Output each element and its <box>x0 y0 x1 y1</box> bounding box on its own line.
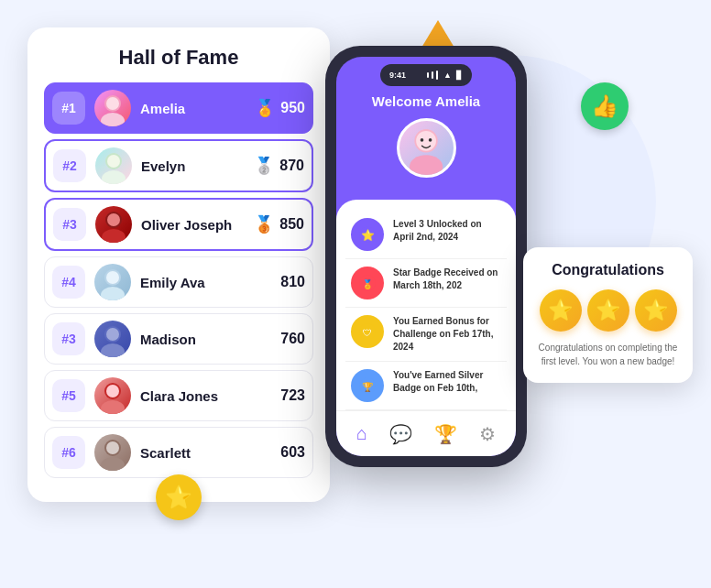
svg-point-20 <box>106 441 119 454</box>
congrats-card: Congratulations ⭐ ⭐ ⭐ Congratulations on… <box>523 247 693 383</box>
activity-text-3: You Earned Bonus for Challenge on Feb 17… <box>393 315 501 354</box>
welcome-text: Welcome Amelia <box>372 93 480 109</box>
hof-row-4[interactable]: #4 Emily Ava 810 <box>44 256 313 308</box>
avatar-4 <box>94 264 131 300</box>
svg-text:🏆: 🏆 <box>362 381 374 393</box>
user-avatar-large <box>397 118 456 178</box>
svg-point-11 <box>106 271 119 284</box>
hof-row-7[interactable]: #6 Scarlett 603 <box>44 427 313 478</box>
hof-row-6[interactable]: #5 Clara Jones 723 <box>44 370 313 421</box>
wifi-icon: ▲ <box>443 71 452 80</box>
svg-point-7 <box>102 229 126 243</box>
svg-point-25 <box>428 138 432 142</box>
star-2: ⭐ <box>587 289 629 332</box>
rank-badge-1: #1 <box>52 92 85 125</box>
hof-name-1: Amelia <box>140 101 255 116</box>
activity-icon-1: ⭐ <box>351 218 384 251</box>
triangle-decoration <box>421 20 454 48</box>
thumbs-up-icon: 👍 <box>591 93 618 119</box>
svg-point-2 <box>106 97 119 110</box>
medal-3: 🥉 <box>254 214 274 234</box>
phone-screen: 9:41 ▲ ▊ Welcome Amelia <box>336 57 516 456</box>
star-decoration: ⭐ <box>156 474 202 520</box>
hof-name-4: Emily Ava <box>140 275 280 290</box>
hof-title: Hall of Fame <box>44 46 313 70</box>
svg-text:⭐: ⭐ <box>361 228 375 242</box>
svg-point-22 <box>409 155 442 178</box>
avatar-6 <box>94 377 131 414</box>
rank-badge-2: #2 <box>53 149 86 182</box>
activity-icon-2: 🏅 <box>351 267 384 299</box>
thumbs-up-badge: 👍 <box>581 82 629 130</box>
hof-score-1: 950 <box>280 100 305 116</box>
svg-text:🛡: 🛡 <box>363 328 372 338</box>
stars-row: ⭐ ⭐ ⭐ <box>536 289 680 332</box>
phone-nav: ⌂ 💬 🏆 ⚙ <box>336 410 516 456</box>
signal-1 <box>427 72 429 78</box>
svg-point-24 <box>420 138 423 142</box>
svg-point-10 <box>101 287 125 300</box>
svg-point-5 <box>107 155 120 168</box>
avatar-5 <box>94 321 131 357</box>
nav-trophy-icon[interactable]: 🏆 <box>434 423 457 445</box>
rank-badge-4: #4 <box>52 266 85 299</box>
hof-name-3: Oliver Joseph <box>141 217 254 233</box>
hof-name-7: Scarlett <box>140 445 280 461</box>
svg-point-1 <box>101 113 125 126</box>
star-3: ⭐ <box>635 289 677 332</box>
hof-name-5: Madison <box>140 332 280 347</box>
svg-point-16 <box>101 400 125 414</box>
star-1: ⭐ <box>540 289 582 332</box>
avatar-2 <box>95 147 132 184</box>
svg-point-4 <box>102 170 126 184</box>
activity-item-3[interactable]: 🛡 You Earned Bonus for Challenge on Feb … <box>345 308 507 362</box>
hall-of-fame-card: Hall of Fame #1 Amelia 🏅 950 #2 Evelyn 🥈… <box>27 27 330 502</box>
nav-home-icon[interactable]: ⌂ <box>356 423 367 444</box>
activity-item-2[interactable]: 🏅 Star Badge Received on March 18th, 202 <box>345 259 507 308</box>
hof-score-4: 810 <box>280 274 305 290</box>
hof-row-2[interactable]: #2 Evelyn 🥈 870 <box>44 139 313 192</box>
status-icons: ▲ ▊ <box>427 71 463 80</box>
phone-notch: 9:41 ▲ ▊ <box>380 64 472 86</box>
status-time: 9:41 <box>389 71 406 80</box>
signal-3 <box>436 71 438 80</box>
nav-chat-icon[interactable]: 💬 <box>389 423 412 445</box>
svg-point-8 <box>107 213 120 226</box>
phone-content: ⭐ Level 3 Unlocked on April 2nd, 2024 🏅 … <box>336 200 516 416</box>
svg-text:🏅: 🏅 <box>362 278 374 290</box>
congrats-title: Congratulations <box>536 262 680 278</box>
svg-point-19 <box>101 457 125 471</box>
rank-badge-3: #3 <box>53 208 86 241</box>
signal-2 <box>432 71 433 79</box>
hof-score-6: 723 <box>280 387 305 404</box>
medal-2: 🥈 <box>254 156 274 176</box>
activity-text-4: You've Earned Silver Badge on Feb 10th, <box>393 369 501 395</box>
medal-1: 🏅 <box>255 98 275 118</box>
activity-text-1: Level 3 Unlocked on April 2nd, 2024 <box>393 218 501 244</box>
congrats-text: Congratulations on completing the first … <box>536 341 680 368</box>
avatar-7 <box>94 434 131 471</box>
hof-row-5[interactable]: #3 Madison 760 <box>44 313 313 365</box>
avatar-3 <box>95 206 132 243</box>
hof-score-7: 603 <box>280 444 305 461</box>
activity-icon-3: 🛡 <box>351 315 384 348</box>
hof-score-2: 870 <box>279 158 304 174</box>
activity-item-1[interactable]: ⭐ Level 3 Unlocked on April 2nd, 2024 <box>345 211 507 259</box>
avatar-1 <box>94 90 131 126</box>
nav-settings-icon[interactable]: ⚙ <box>479 423 496 445</box>
rank-badge-5: #3 <box>52 322 85 355</box>
activity-icon-4: 🏆 <box>351 369 384 402</box>
activity-text-2: Star Badge Received on March 18th, 202 <box>393 267 501 292</box>
svg-point-14 <box>106 328 119 341</box>
activity-item-4[interactable]: 🏆 You've Earned Silver Badge on Feb 10th… <box>345 362 507 410</box>
hof-score-3: 850 <box>279 216 304 233</box>
star-icon: ⭐ <box>165 485 192 510</box>
hof-name-2: Evelyn <box>141 158 254 174</box>
phone-mockup: 9:41 ▲ ▊ Welcome Amelia <box>325 46 527 467</box>
svg-point-13 <box>101 343 125 357</box>
hof-score-5: 760 <box>280 331 305 347</box>
hof-row-1[interactable]: #1 Amelia 🏅 950 <box>44 82 313 134</box>
hof-row-3[interactable]: #3 Oliver Joseph 🥉 850 <box>44 198 313 251</box>
rank-badge-7: #6 <box>52 436 85 469</box>
svg-point-17 <box>106 385 119 397</box>
